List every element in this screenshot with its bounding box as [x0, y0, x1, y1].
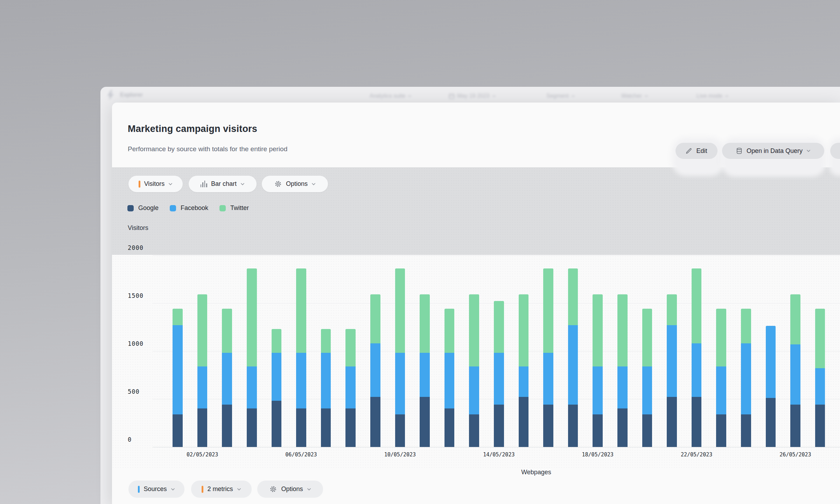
options-dropdown-top[interactable]: Options — [262, 176, 328, 192]
chart-type-dropdown[interactable]: Bar chart — [189, 176, 257, 192]
bar-segment-google — [420, 397, 430, 447]
header-menu-date[interactable]: May 19 2023 — [449, 92, 496, 100]
bar-07/05/2023[interactable] — [321, 329, 331, 447]
bar-09/05/2023[interactable] — [370, 294, 380, 447]
bar-segment-google — [692, 397, 702, 447]
bar-segment-facebook — [296, 353, 306, 408]
bar-03/05/2023[interactable] — [222, 309, 232, 447]
bar-segment-twitter — [173, 309, 183, 325]
bar-segment-google — [741, 414, 751, 447]
bar-segment-facebook — [370, 343, 380, 397]
legend-item-google[interactable]: Google — [127, 204, 159, 212]
bar-10/05/2023[interactable] — [395, 268, 405, 447]
options-dropdown-bottom[interactable]: Options — [257, 481, 323, 498]
database-icon — [736, 147, 743, 154]
bar-11/05/2023[interactable] — [420, 294, 430, 447]
bar-segment-facebook — [617, 366, 628, 409]
bar-segment-facebook — [667, 325, 677, 397]
bar-18/05/2023[interactable] — [593, 294, 603, 447]
bar-17/05/2023[interactable] — [568, 268, 578, 447]
bar-segment-twitter — [617, 294, 628, 366]
bar-segment-facebook — [543, 353, 553, 405]
bar-segment-facebook — [395, 353, 405, 414]
gridline — [153, 447, 840, 447]
bar-segment-twitter — [321, 329, 331, 353]
bar-segment-google — [667, 397, 677, 447]
bar-segment-twitter — [296, 268, 306, 353]
app-brand: Explorer — [120, 92, 143, 98]
bar-14/05/2023[interactable] — [494, 301, 504, 447]
bar-15/05/2023[interactable] — [519, 294, 529, 447]
bar-segment-google — [519, 397, 529, 447]
bar-segment-twitter — [222, 309, 232, 353]
desktop-background: Explorer Analytics suite May 19 2023 Seg… — [0, 0, 840, 504]
bar-segment-twitter — [494, 301, 504, 353]
header-menu-live-mode[interactable]: Live mode — [696, 92, 729, 100]
bar-segment-twitter — [568, 268, 578, 325]
legend: Google Facebook Twitter — [127, 204, 249, 212]
bar-13/05/2023[interactable] — [469, 294, 479, 447]
bar-21/05/2023[interactable] — [667, 294, 677, 447]
bar-08/05/2023[interactable] — [345, 329, 356, 447]
legend-item-facebook[interactable]: Facebook — [170, 204, 208, 212]
bar-segment-google — [345, 408, 356, 447]
legend-item-twitter[interactable]: Twitter — [219, 204, 249, 212]
bar-segment-facebook — [222, 353, 232, 405]
bar-27/05/2023[interactable] — [815, 309, 825, 447]
bar-segment-twitter — [692, 268, 702, 343]
x-tick-label: 06/05/2023 — [275, 451, 328, 458]
bar-02/05/2023[interactable] — [197, 294, 208, 447]
bar-segment-facebook — [519, 366, 529, 397]
bar-24/05/2023[interactable] — [741, 309, 751, 447]
y-tick-label: 500 — [128, 388, 140, 395]
bar-segment-google — [173, 414, 183, 447]
bar-23/05/2023[interactable] — [716, 309, 726, 447]
metrics-dropdown[interactable]: 2 metrics — [191, 481, 252, 498]
bar-segment-twitter — [741, 309, 751, 343]
x-tick-label: 22/05/2023 — [670, 451, 723, 458]
bar-04/05/2023[interactable] — [247, 268, 257, 447]
bar-19/05/2023[interactable] — [617, 294, 628, 447]
header-menu-segment[interactable]: Segment — [546, 92, 575, 100]
bar-segment-facebook — [642, 366, 652, 414]
bar-26/05/2023[interactable] — [790, 294, 800, 447]
bar-segment-facebook — [766, 326, 776, 398]
page-title: Marketing campaign visitors — [128, 124, 257, 134]
bar-segment-facebook — [247, 366, 257, 409]
pencil-icon — [686, 148, 692, 154]
edit-button[interactable]: Edit — [676, 143, 718, 159]
bar-segment-google — [790, 405, 800, 447]
open-in-data-query-button[interactable]: Open in Data Query — [722, 143, 824, 159]
bar-06/05/2023[interactable] — [296, 268, 306, 447]
chevron-down-icon — [240, 183, 245, 186]
bar-05/05/2023[interactable] — [272, 329, 282, 447]
app-logo-icon[interactable] — [106, 90, 115, 102]
bar-segment-twitter — [815, 309, 825, 368]
x-tick-label: 18/05/2023 — [572, 451, 624, 458]
bar-segment-facebook — [321, 353, 331, 408]
bar-segment-facebook — [741, 343, 751, 414]
y-axis-title: Visitors — [128, 224, 148, 232]
bar-22/05/2023[interactable] — [692, 268, 702, 447]
bar-segment-google — [766, 398, 776, 447]
sources-dropdown[interactable]: Sources — [128, 481, 184, 498]
y-tick-label: 0 — [128, 436, 132, 443]
bar-segment-twitter — [345, 329, 356, 366]
metric-dropdown[interactable]: Visitors — [128, 176, 183, 192]
calendar-icon — [449, 93, 455, 99]
page-subtitle: Performance by source with totals for th… — [128, 145, 287, 153]
metric-bar-icon — [139, 181, 140, 188]
bar-01/05/2023[interactable] — [173, 309, 183, 447]
bar-segment-google — [222, 405, 232, 447]
source-bar-icon — [138, 486, 140, 493]
bar-12/05/2023[interactable] — [444, 309, 455, 447]
bar-segment-google — [247, 408, 257, 447]
bar-25/05/2023[interactable] — [766, 326, 776, 447]
bar-segment-facebook — [815, 368, 825, 405]
bar-16/05/2023[interactable] — [543, 268, 553, 447]
bar-segment-google — [469, 414, 479, 447]
header-menu-analytics-suite[interactable]: Analytics suite — [370, 92, 412, 100]
header-menu-watcher[interactable]: Watcher — [621, 92, 648, 100]
bar-20/05/2023[interactable] — [642, 309, 652, 447]
bar-segment-google — [321, 408, 331, 447]
